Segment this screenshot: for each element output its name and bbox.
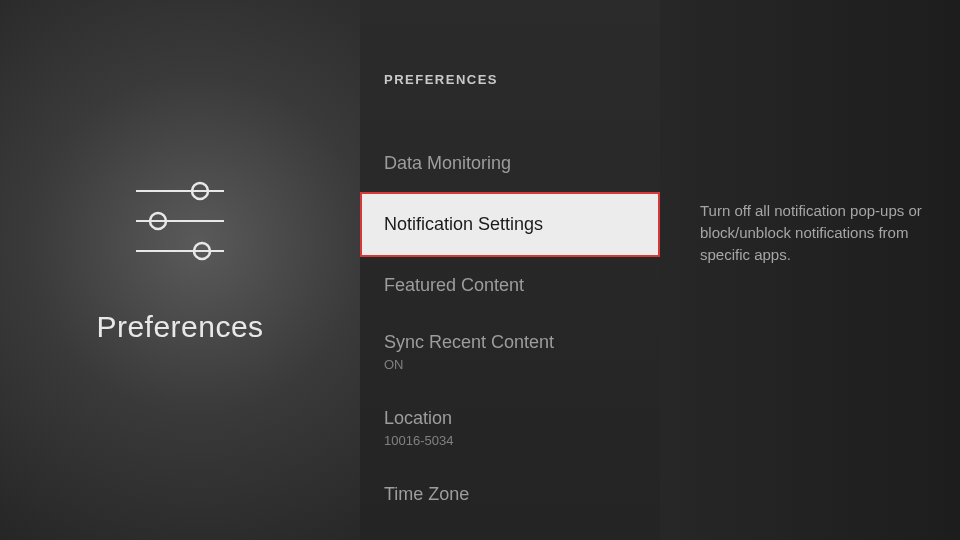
menu-item-label: Location [384,408,636,429]
menu-item-sync-recent-content[interactable]: Sync Recent Content ON [360,314,660,390]
menu-item-language[interactable]: Language [360,523,660,540]
menu-item-label: Data Monitoring [384,153,636,174]
menu-item-featured-content[interactable]: Featured Content [360,257,660,314]
menu-item-label: Sync Recent Content [384,332,636,353]
menu-item-sublabel: 10016-5034 [384,433,636,448]
menu-item-data-monitoring[interactable]: Data Monitoring [360,135,660,192]
menu-item-label: Notification Settings [384,214,636,235]
item-description: Turn off all notification pop-ups or blo… [700,200,930,265]
menu-item-time-zone[interactable]: Time Zone [360,466,660,523]
menu-panel: PREFERENCES Data Monitoring Notification… [360,0,660,540]
menu-item-label: Time Zone [384,484,636,505]
description-panel: Turn off all notification pop-ups or blo… [660,0,960,540]
panel-title: Preferences [96,310,263,344]
menu-item-notification-settings[interactable]: Notification Settings [360,192,660,257]
section-header: PREFERENCES [360,72,660,87]
menu-item-location[interactable]: Location 10016-5034 [360,390,660,466]
sliders-icon [130,176,230,270]
menu-item-label: Featured Content [384,275,636,296]
left-panel: Preferences [0,0,360,540]
menu-item-sublabel: ON [384,357,636,372]
